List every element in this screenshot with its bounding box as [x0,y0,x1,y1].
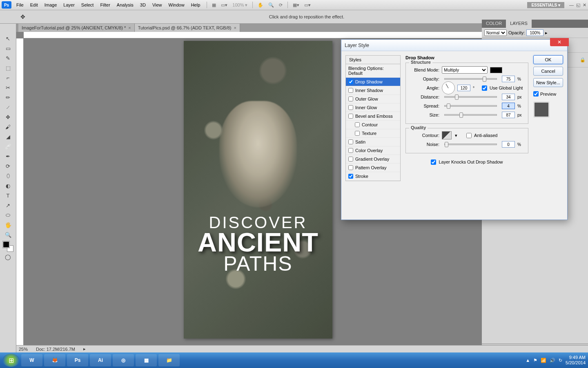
document-tab[interactable]: ImageForTutorial.psd @ 25% (ANCIENT, CMY… [18,24,135,32]
tool-19[interactable]: 🖐 [3,220,13,229]
cancel-button[interactable]: Cancel [533,67,563,76]
taskbar-app[interactable]: 📁 [158,354,180,366]
blend-mode-dropdown[interactable]: Multiply [442,66,488,74]
knockout-checkbox[interactable] [431,159,436,165]
tab-layers[interactable]: LAYERS [506,20,532,28]
tab-close-icon[interactable]: × [128,25,131,30]
zoom-icon[interactable]: 🔍 [267,2,276,9]
workspace-switcher[interactable]: ESSENTIALS ▾ [527,2,564,8]
quickmask-icon[interactable]: ◯ [3,252,13,261]
minimize-icon[interactable]: — [569,2,574,8]
style-checkbox[interactable] [348,174,353,179]
spread-slider[interactable] [444,105,497,107]
system-clock[interactable]: 9:49 AM 5/20/2014 [566,355,586,365]
menu-window[interactable]: Window [165,1,188,9]
tool-18[interactable]: ⬭ [3,211,13,220]
antialiased-checkbox[interactable] [466,133,472,138]
flag-icon[interactable]: ⚑ [533,358,537,363]
tool-1[interactable]: ▭ [3,44,13,53]
style-color-overlay[interactable]: Color Overlay [346,146,400,155]
menu-edit[interactable]: Edit [27,1,41,9]
new-style-button[interactable]: New Style... [533,78,563,87]
style-stroke[interactable]: Stroke [346,172,400,181]
style-checkbox[interactable] [348,105,353,110]
angle-dial[interactable] [442,81,455,94]
opacity-flyout-icon[interactable]: ▸ [545,30,548,36]
opacity-slider[interactable] [444,78,497,80]
style-blending-options-default[interactable]: Blending Options: Default [346,64,400,78]
style-checkbox[interactable] [348,148,353,153]
tool-17[interactable]: ↗ [3,201,13,210]
style-checkbox[interactable] [355,122,360,127]
layout-icon[interactable]: ▦ [210,2,218,9]
tool-12[interactable]: ✒ [3,152,13,161]
style-texture[interactable]: Texture [346,129,400,138]
style-inner-shadow[interactable]: Inner Shadow [346,86,400,95]
blend-mode-select[interactable]: Normal [484,29,507,36]
screen-mode-icon[interactable]: ▭▾ [219,2,229,9]
taskbar-app[interactable]: W [21,354,42,366]
style-checkbox[interactable] [348,139,353,144]
taskbar-app[interactable]: 🦊 [44,354,65,366]
tool-0[interactable]: ↖ [3,34,13,43]
tool-10[interactable]: ◢ [3,132,13,141]
noise-value[interactable] [502,141,515,148]
tool-3[interactable]: ⬚ [3,63,13,72]
preview-checkbox[interactable] [533,91,539,96]
document-tab[interactable]: TutorialPics.psd @ 66.7% (ADD TEXT, RGB/… [135,24,240,32]
restore-icon[interactable]: ◱ [576,2,580,8]
tray-icon[interactable]: ▲ [526,358,530,363]
tool-15[interactable]: ◐ [3,181,13,190]
rotate-icon[interactable]: ⟳ [277,2,284,9]
tool-5[interactable]: ✂ [3,83,13,92]
style-contour[interactable]: Contour [346,121,400,129]
menu-view[interactable]: View [149,1,165,9]
tab-color[interactable]: COLOR [482,20,506,28]
zoom-display[interactable]: 25% [19,347,28,352]
menu-3d[interactable]: 3D [137,1,149,9]
tool-13[interactable]: ⟳ [3,162,13,171]
tool-7[interactable]: ⟋ [3,103,13,112]
style-checkbox[interactable] [348,165,353,170]
style-checkbox[interactable] [348,157,353,162]
color-swatches[interactable] [3,241,13,252]
tool-6[interactable]: ✏ [3,93,13,102]
style-checkbox[interactable] [348,96,353,101]
style-checkbox[interactable] [348,114,353,119]
menu-analysis[interactable]: Analysis [114,1,137,9]
style-satin[interactable]: Satin [346,138,400,146]
ok-button[interactable]: OK [533,55,563,64]
distance-slider[interactable] [444,96,497,98]
style-checkbox[interactable] [355,131,360,136]
style-drop-shadow[interactable]: Drop Shadow [346,78,400,86]
arrange-icon[interactable]: ▦▾ [291,2,301,9]
menu-image[interactable]: Image [41,1,60,9]
tool-8[interactable]: ✥ [3,112,13,121]
artboard[interactable]: DISCOVER ANCIENT PATHS [184,41,332,339]
style-checkbox[interactable] [348,79,353,84]
menu-select[interactable]: Select [78,1,97,9]
tool-9[interactable]: 🖌 [3,122,13,131]
taskbar-app[interactable]: Ps [67,354,88,366]
style-outer-glow[interactable]: Outer Glow [346,95,400,103]
hand-icon[interactable]: ✋ [256,2,265,9]
tool-11[interactable]: 🩹 [3,142,13,151]
global-light-checkbox[interactable] [482,85,487,91]
style-gradient-overlay[interactable]: Gradient Overlay [346,155,400,164]
opacity-input[interactable] [526,29,543,36]
menu-file[interactable]: File [13,1,27,9]
close-icon[interactable]: ✕ [583,2,586,8]
taskbar-app[interactable]: ◎ [113,354,134,366]
volume-icon[interactable]: 🔊 [550,358,555,363]
move-tool-icon[interactable]: ✥ [20,13,25,20]
style-pattern-overlay[interactable]: Pattern Overlay [346,164,400,172]
style-checkbox[interactable] [348,88,353,93]
distance-value[interactable] [502,94,515,100]
menu-help[interactable]: Help [188,1,204,9]
zoom-level[interactable]: 100% ▾ [231,2,249,9]
menu-filter[interactable]: Filter [97,1,113,9]
menu-layer[interactable]: Layer [60,1,78,9]
arrange2-icon[interactable]: ▭▾ [303,2,312,9]
style-inner-glow[interactable]: Inner Glow [346,103,400,112]
status-flyout-icon[interactable]: ▸ [83,346,86,352]
